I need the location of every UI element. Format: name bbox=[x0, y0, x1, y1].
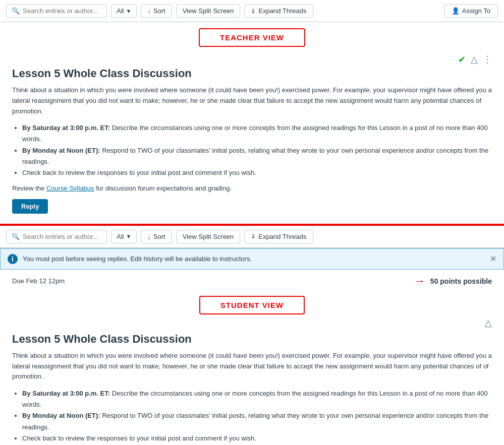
teacher-discussion-body: Think about a situation in which you wer… bbox=[12, 85, 492, 116]
student-bullet-strong-2: By Monday at Noon (ET): bbox=[22, 412, 100, 419]
filter-label: All bbox=[117, 7, 124, 15]
bottom-search-box[interactable]: 🔍 bbox=[6, 230, 107, 243]
student-panel: i You must post before seeing replies. E… bbox=[0, 248, 504, 445]
teacher-view-banner: TEACHER VIEW bbox=[199, 28, 305, 47]
points-area: → 50 points possible bbox=[414, 275, 492, 288]
teacher-header-actions: ✔ △ ⋮ bbox=[12, 50, 492, 67]
teacher-discussion-title: Lesson 5 Whole Class Discussion bbox=[12, 67, 492, 80]
filter-label-bottom: All bbox=[117, 233, 124, 240]
list-item: By Saturday at 3:00 p.m. ET: Describe th… bbox=[22, 388, 492, 410]
arrow-right-icon: → bbox=[414, 275, 425, 288]
bottom-expand-threads-button[interactable]: ⇓ Expand Threads bbox=[244, 230, 313, 243]
top-view-split-button[interactable]: View Split Screen bbox=[176, 4, 241, 18]
info-icon: i bbox=[8, 254, 18, 264]
list-item: Check back to review the responses to yo… bbox=[22, 167, 492, 178]
student-view-banner-container: STUDENT VIEW bbox=[0, 290, 504, 317]
teacher-panel: TEACHER VIEW ✔ △ ⋮ Lesson 5 Whole Class … bbox=[0, 22, 504, 224]
student-discussion-title: Lesson 5 Whole Class Discussion bbox=[12, 333, 492, 346]
top-search-box[interactable]: 🔍 bbox=[6, 4, 107, 18]
bottom-search-input[interactable] bbox=[23, 233, 101, 240]
points-text: 50 points possible bbox=[430, 277, 492, 285]
assign-icon: 👤 bbox=[452, 7, 460, 15]
student-bullet-text-3: Check back to review the responses to yo… bbox=[22, 434, 256, 442]
bottom-toolbar: 🔍 All ▼ ↓ Sort View Split Screen ⇓ Expan… bbox=[0, 226, 504, 248]
teacher-review-text: Review the Course Syllabus for discussio… bbox=[12, 184, 492, 192]
check-icon: ✔ bbox=[458, 54, 466, 65]
student-bullet-strong-1: By Saturday at 3:00 p.m. ET: bbox=[22, 390, 110, 397]
student-bullet-list: By Saturday at 3:00 p.m. ET: Describe th… bbox=[12, 388, 492, 443]
expand-icon-bottom: ⇓ bbox=[251, 233, 256, 240]
teacher-bullet-list: By Saturday at 3:00 p.m. ET: Describe th… bbox=[12, 122, 492, 178]
bullet-text-3: Check back to review the responses to yo… bbox=[22, 169, 256, 176]
due-date: Due Feb 12 12pm bbox=[12, 277, 65, 285]
chevron-down-icon-bottom: ▼ bbox=[126, 233, 131, 239]
list-item: By Monday at Noon (ET): Respond to TWO o… bbox=[22, 145, 492, 167]
list-item: By Saturday at 3:00 p.m. ET: Describe th… bbox=[22, 122, 492, 145]
student-discussion-body: Think about a situation in which you wer… bbox=[12, 351, 492, 382]
student-bookmark-row: △ bbox=[0, 317, 504, 331]
top-toolbar: 🔍 All ▼ ↓ Sort View Split Screen ⇓ Expan… bbox=[0, 0, 504, 22]
list-item: By Monday at Noon (ET): Respond to TWO o… bbox=[22, 410, 492, 432]
bullet-strong-1: By Saturday at 3:00 p.m. ET: bbox=[22, 124, 110, 132]
teacher-view-banner-container: TEACHER VIEW bbox=[0, 22, 504, 50]
alert-banner: i You must post before seeing replies. E… bbox=[0, 248, 504, 270]
chevron-down-icon: ▼ bbox=[126, 8, 131, 14]
alert-message: You must post before seeing replies. Edi… bbox=[23, 255, 252, 263]
student-meta-row: Due Feb 12 12pm → 50 points possible bbox=[0, 270, 504, 290]
top-filter-dropdown[interactable]: All ▼ bbox=[111, 4, 137, 18]
student-view-banner: STUDENT VIEW bbox=[199, 296, 305, 314]
bullet-strong-2: By Monday at Noon (ET): bbox=[22, 147, 100, 154]
bottom-sort-button[interactable]: ↓ Sort bbox=[141, 230, 172, 243]
teacher-discussion-area: ✔ △ ⋮ Lesson 5 Whole Class Discussion Th… bbox=[0, 50, 504, 224]
bookmark-button-teacher[interactable]: △ bbox=[471, 54, 478, 65]
more-options-button-teacher[interactable]: ⋮ bbox=[483, 54, 492, 65]
assign-to-button[interactable]: 👤 Assign To bbox=[444, 4, 498, 18]
teacher-reply-button[interactable]: Reply bbox=[12, 199, 48, 214]
bookmark-button-student[interactable]: △ bbox=[485, 317, 492, 329]
sort-icon-bottom: ↓ bbox=[147, 233, 151, 240]
expand-icon: ⇓ bbox=[251, 8, 256, 15]
sort-icon: ↓ bbox=[147, 7, 151, 15]
search-icon: 🔍 bbox=[12, 7, 20, 15]
list-item: Check back to review the responses to yo… bbox=[22, 433, 492, 444]
student-discussion-area: Lesson 5 Whole Class Discussion Think ab… bbox=[0, 331, 504, 445]
search-icon-bottom: 🔍 bbox=[12, 233, 20, 240]
top-search-input[interactable] bbox=[23, 7, 101, 15]
course-syllabus-link[interactable]: Course Syllabus bbox=[46, 184, 94, 192]
alert-close-button[interactable]: ✕ bbox=[490, 254, 496, 264]
bottom-view-split-button[interactable]: View Split Screen bbox=[176, 230, 241, 243]
top-expand-threads-button[interactable]: ⇓ Expand Threads bbox=[244, 4, 313, 18]
bottom-filter-dropdown[interactable]: All ▼ bbox=[111, 230, 137, 243]
top-sort-button[interactable]: ↓ Sort bbox=[141, 4, 172, 18]
